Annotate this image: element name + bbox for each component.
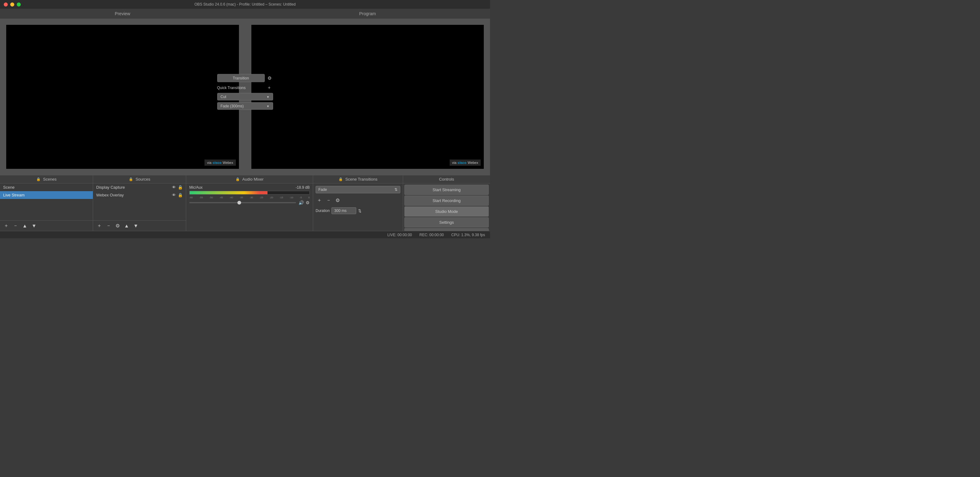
transition-overlay: Transition ⚙ Quick Transitions ＋ Cut ▼ F… <box>217 74 273 110</box>
webex-text: Webex <box>223 161 233 164</box>
audio-channel-mic: Mic/Aux -18.9 dB -60 -55 -50 -45 -40 -35… <box>189 185 310 205</box>
speaker-icon[interactable]: 🔊 <box>299 200 304 205</box>
source-icons-display: 👁 🔒 <box>172 185 183 189</box>
transitions-lock-icon: 🔒 <box>339 177 343 181</box>
controls-panel: Controls Start Streaming Start Recording… <box>403 175 490 231</box>
source-item-display-capture[interactable]: Display Capture 👁 🔒 <box>93 183 186 191</box>
sources-add-button[interactable]: ＋ <box>95 222 103 230</box>
sources-header-label: Sources <box>135 177 151 181</box>
quick-transitions-label: Quick Transitions <box>217 85 264 90</box>
source-item-webex-overlay[interactable]: Webex Overlay 👁 🔒 <box>93 191 186 199</box>
scenes-add-button[interactable]: ＋ <box>3 222 10 230</box>
sources-list: Display Capture 👁 🔒 Webex Overlay 👁 🔒 <box>93 183 186 220</box>
scene-transitions-panel: 🔒 Scene Transitions Fade ⇅ ＋ － ⚙ Duratio… <box>313 175 403 231</box>
duration-spinner-icon: ⇅ <box>358 208 361 213</box>
controls-panel-header: Controls <box>403 175 490 183</box>
program-header: Program <box>245 9 490 19</box>
sources-down-button[interactable]: ▼ <box>132 223 140 229</box>
main-area: Preview via cisco Webex Transition ⚙ Qui… <box>0 9 490 175</box>
quick-transitions-add-button[interactable]: ＋ <box>265 84 273 91</box>
fade-dropdown[interactable]: Fade (300ms) ▼ <box>217 102 273 110</box>
duration-input[interactable] <box>331 207 356 214</box>
volume-row: 🔊 ⚙ <box>189 200 310 205</box>
quick-transitions-row: Quick Transitions ＋ <box>217 84 273 91</box>
maximize-button[interactable] <box>17 3 21 6</box>
program-content: via cisco Webex <box>245 19 490 175</box>
prog-webex-text: Webex <box>468 161 478 164</box>
start-streaming-button[interactable]: Start Streaming <box>404 184 489 195</box>
rec-status: REC: 00:00:00 <box>420 233 444 237</box>
studio-mode-button[interactable]: Studio Mode <box>404 207 489 216</box>
scene-item-live-stream[interactable]: Live Stream <box>0 191 93 199</box>
scenes-remove-button[interactable]: － <box>12 222 19 230</box>
transition-button[interactable]: Transition <box>217 74 265 82</box>
settings-button[interactable]: Settings <box>404 217 489 227</box>
scene-transitions-header: 🔒 Scene Transitions <box>313 175 403 183</box>
sources-settings-button[interactable]: ⚙ <box>114 222 121 229</box>
fade-chevron-icon: ▼ <box>267 104 270 108</box>
prog-via-text: via <box>452 161 457 164</box>
audio-channel-header: Mic/Aux -18.9 dB <box>189 185 310 189</box>
transitions-content: Fade ⇅ ＋ － ⚙ Duration ⇅ <box>313 183 403 231</box>
sources-remove-button[interactable]: － <box>105 222 112 230</box>
preview-header: Preview <box>0 9 245 19</box>
transition-gear-button[interactable]: ⚙ <box>266 75 273 82</box>
studio-mode-wrapper: Studio Mode ➡ <box>404 207 489 216</box>
title-bar: OBS Studio 24.0.6 (mac) - Profile: Untit… <box>0 0 490 9</box>
minimize-button[interactable] <box>10 3 14 6</box>
eye-icon[interactable]: 👁 <box>172 185 176 189</box>
transitions-add-button[interactable]: ＋ <box>316 196 323 204</box>
scene-item-scene[interactable]: Scene <box>0 183 93 191</box>
audio-channel-name: Mic/Aux <box>189 185 203 189</box>
preview-program-area: Preview via cisco Webex Transition ⚙ Qui… <box>0 9 490 175</box>
scenes-toolbar: ＋ － ▲ ▼ <box>0 220 93 231</box>
preview-content: via cisco Webex <box>0 19 245 175</box>
scenes-lock-icon: 🔒 <box>36 177 41 181</box>
lock-source-icon-webex[interactable]: 🔒 <box>178 193 183 197</box>
transition-row: Transition ⚙ <box>217 74 273 82</box>
audio-mixer-label: Audio Mixer <box>242 177 264 181</box>
scenes-panel-header: 🔒 Scenes <box>0 175 93 183</box>
audio-settings-icon[interactable]: ⚙ <box>305 200 310 205</box>
audio-control-icons[interactable]: 🔊 ⚙ <box>299 200 310 205</box>
lock-source-icon[interactable]: 🔒 <box>178 185 183 189</box>
volume-thumb[interactable] <box>237 201 241 205</box>
fade-transition-dropdown[interactable]: Fade ⇅ <box>316 186 400 193</box>
controls-content: Start Streaming Start Recording Studio M… <box>403 183 490 238</box>
prog-cisco-logo: cisco <box>458 161 466 164</box>
program-webex-watermark: via cisco Webex <box>450 159 481 166</box>
scene-transitions-label: Scene Transitions <box>345 177 377 181</box>
duration-row: Duration ⇅ <box>316 207 400 214</box>
audio-meter-fill <box>189 191 267 194</box>
preview-screen: via cisco Webex <box>6 25 239 169</box>
controls-header-label: Controls <box>439 177 454 181</box>
cut-dropdown[interactable]: Cut ▼ <box>217 93 273 100</box>
window-controls[interactable] <box>4 3 21 6</box>
sources-panel: 🔒 Sources Display Capture 👁 🔒 Webex Over… <box>93 175 186 231</box>
eye-icon-webex[interactable]: 👁 <box>172 193 176 197</box>
sources-up-button[interactable]: ▲ <box>123 223 130 229</box>
fade-dropdown-row: Fade (300ms) ▼ <box>217 102 273 110</box>
program-screen: via cisco Webex <box>251 25 484 169</box>
start-recording-button[interactable]: Start Recording <box>404 196 489 206</box>
sources-toolbar: ＋ － ⚙ ▲ ▼ <box>93 220 186 231</box>
transitions-toolbar: ＋ － ⚙ <box>316 195 400 205</box>
scenes-panel: 🔒 Scenes Scene Live Stream ＋ － ▲ ▼ <box>0 175 93 231</box>
transitions-settings-button[interactable]: ⚙ <box>334 197 341 204</box>
scenes-list: Scene Live Stream <box>0 183 93 220</box>
audio-meter-bar <box>189 191 310 195</box>
sources-panel-header: 🔒 Sources <box>93 175 186 183</box>
source-name-display-capture: Display Capture <box>96 185 125 189</box>
close-button[interactable] <box>4 3 8 6</box>
live-status: LIVE: 00:00:00 <box>387 233 412 237</box>
duration-label: Duration <box>316 208 329 213</box>
cisco-logo: cisco <box>213 161 221 164</box>
audio-mixer-content: Mic/Aux -18.9 dB -60 -55 -50 -45 -40 -35… <box>186 183 313 231</box>
transitions-remove-button[interactable]: － <box>325 196 332 204</box>
via-text: via <box>207 161 211 164</box>
scenes-down-button[interactable]: ▼ <box>30 223 38 229</box>
volume-slider[interactable] <box>189 202 296 203</box>
preview-webex-watermark: via cisco Webex <box>205 159 235 166</box>
scenes-up-button[interactable]: ▲ <box>21 223 29 229</box>
fade-transition-label: Fade <box>318 188 327 192</box>
